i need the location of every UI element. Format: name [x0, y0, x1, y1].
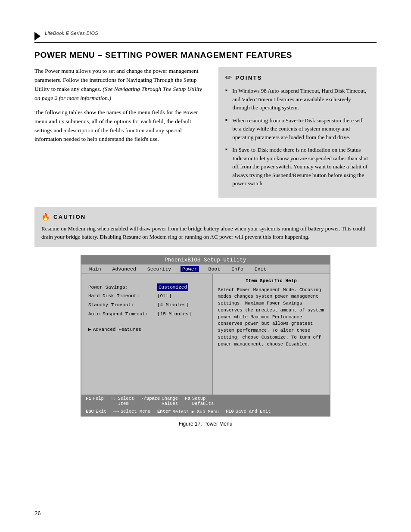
points-title: Points: [235, 75, 262, 81]
bios-advanced-label[interactable]: Advanced Features: [93, 327, 141, 332]
bios-main-panel: Power Savings: Customized Hard Disk Time…: [81, 274, 213, 395]
page-number: 26: [34, 510, 40, 516]
figure-caption: Figure 17. Power Menu: [34, 421, 377, 427]
bios-field-label-3: Auto Suspend Timeout:: [88, 310, 157, 318]
page-title: Power Menu – Setting Power Management Fe…: [34, 50, 377, 60]
bios-menu-bar[interactable]: Main Advanced Security Power Boot Info E…: [81, 264, 330, 274]
points-header: ✏ Points: [225, 73, 370, 82]
bios-footer-f1: F1 Help: [86, 396, 104, 406]
bios-help-title: Item Specific Help: [218, 278, 324, 283]
intro-para2: The following tables show the names of t…: [34, 108, 208, 144]
bios-field-row-1[interactable]: Hard Disk Timeout: [Off]: [88, 292, 206, 300]
bios-footer-f10: F10 Save and Exit: [226, 409, 271, 414]
bios-footer-row-2: ESC Exit ←→ Select Menu Enter Select ▶ S…: [86, 409, 271, 414]
points-icon: ✏: [225, 73, 232, 82]
intro-right: ✏ Points In Windows 98 Auto-suspend Time…: [218, 67, 377, 198]
bios-field-row-0[interactable]: Power Savings: Customized: [88, 283, 206, 292]
bios-advanced-arrow: ▶: [88, 327, 91, 332]
bios-help-text: Select Power Management Mode. Choosing m…: [218, 287, 324, 348]
caution-text: Resume on Modem ring when enabled will d…: [41, 224, 370, 241]
bios-container: PhoenixBIOS Setup Utility Main Advanced …: [34, 255, 377, 417]
points-list: In Windows 98 Auto-suspend Timeout, Hard…: [225, 87, 370, 188]
bios-menu-security[interactable]: Security: [146, 266, 173, 272]
bios-footer: F1 Help ↑↓ Select Item -/Space Change Va…: [81, 395, 330, 408]
bios-field-label-1: Hard Disk Timeout:: [88, 292, 157, 300]
points-item-2: When resuming from a Save-to-Disk suspen…: [225, 116, 370, 142]
bios-help-panel: Item Specific Help Select Power Manageme…: [213, 274, 330, 395]
caution-header: 🔥 Caution: [41, 213, 370, 221]
bios-field-value-2[interactable]: [4 Minutes]: [157, 301, 189, 309]
bios-footer-enter: Enter Select ▶ Sub-Menu: [157, 409, 219, 414]
intro-left: The Power menu allows you to set and cha…: [34, 67, 208, 198]
header-triangle: [34, 32, 40, 40]
bios-menu-exit[interactable]: Exit: [253, 266, 268, 272]
bios-footer-row-1: F1 Help ↑↓ Select Item -/Space Change Va…: [86, 396, 214, 406]
bios-menu-info[interactable]: Info: [230, 266, 245, 272]
bios-menu-power[interactable]: Power: [181, 266, 199, 272]
header-bar: LifeBook E Series BIOS: [34, 26, 377, 43]
bios-advanced-features-row[interactable]: ▶ Advanced Features: [88, 327, 206, 332]
bios-footer-2: ESC Exit ←→ Select Menu Enter Select ▶ S…: [81, 408, 330, 416]
bios-body: Power Savings: Customized Hard Disk Time…: [81, 274, 330, 395]
bios-field-label-0: Power Savings:: [88, 283, 157, 292]
bios-menu-main[interactable]: Main: [87, 266, 103, 272]
bios-menu-boot[interactable]: Boot: [207, 266, 222, 272]
bios-footer-space: -/Space Change Values: [141, 396, 178, 406]
bios-field-value-1[interactable]: [Off]: [157, 292, 171, 300]
caution-title: Caution: [53, 214, 86, 220]
page: LifeBook E Series BIOS Power Menu – Sett…: [0, 0, 411, 532]
bios-field-label-2: Standby Timeout:: [88, 301, 157, 309]
bios-footer-leftright: ←→ Select Menu: [113, 409, 150, 414]
bios-field-row-3[interactable]: Auto Suspend Timeout: [15 Minutes]: [88, 310, 206, 318]
caution-box: 🔥 Caution Resume on Modem ring when enab…: [34, 207, 377, 247]
caution-icon: 🔥: [41, 213, 50, 221]
bios-screen: PhoenixBIOS Setup Utility Main Advanced …: [81, 255, 330, 417]
header-label: LifeBook E Series BIOS: [45, 31, 98, 36]
bios-title-bar: PhoenixBIOS Setup Utility: [81, 256, 330, 264]
bios-field-row-2[interactable]: Standby Timeout: [4 Minutes]: [88, 301, 206, 309]
intro-para1: The Power menu allows you to set and cha…: [34, 67, 208, 103]
bios-field-value-0[interactable]: Customized: [157, 283, 188, 292]
bios-footer-f9: F9 Setup Defaults: [185, 396, 214, 406]
points-item-3: In Save-to-Disk mode there is no indicat…: [225, 146, 370, 188]
bios-field-value-3[interactable]: [15 Minutes]: [157, 310, 191, 318]
points-box: ✏ Points In Windows 98 Auto-suspend Time…: [218, 67, 377, 198]
intro-section: The Power menu allows you to set and cha…: [34, 67, 377, 198]
bios-menu-advanced[interactable]: Advanced: [111, 266, 138, 272]
bios-footer-updown: ↑↓ Select Item: [111, 396, 134, 406]
points-item-1: In Windows 98 Auto-suspend Timeout, Hard…: [225, 87, 370, 112]
bios-footer-esc: ESC Exit: [86, 409, 106, 414]
